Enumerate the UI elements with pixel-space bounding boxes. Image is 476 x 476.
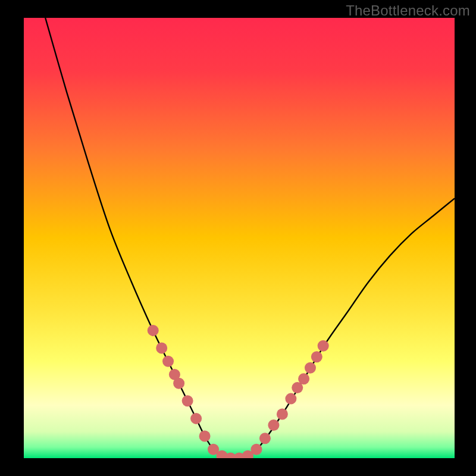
data-marker (199, 431, 211, 442)
data-marker (305, 362, 316, 374)
data-marker (148, 325, 159, 336)
data-marker (268, 419, 279, 431)
data-marker (285, 393, 296, 405)
data-marker (277, 409, 288, 420)
data-marker (318, 340, 329, 352)
data-marker (190, 413, 202, 424)
chart-container: TheBottleneck.com (0, 0, 476, 476)
data-marker (298, 373, 309, 384)
data-marker (311, 351, 322, 362)
data-marker (182, 395, 193, 406)
data-marker (259, 433, 271, 444)
bottleneck-chart (0, 0, 476, 476)
data-marker (156, 343, 167, 354)
data-marker (250, 444, 262, 455)
data-marker (162, 356, 174, 367)
plot-background (24, 18, 455, 458)
watermark-text: TheBottleneck.com (346, 2, 470, 19)
data-marker (173, 378, 184, 389)
